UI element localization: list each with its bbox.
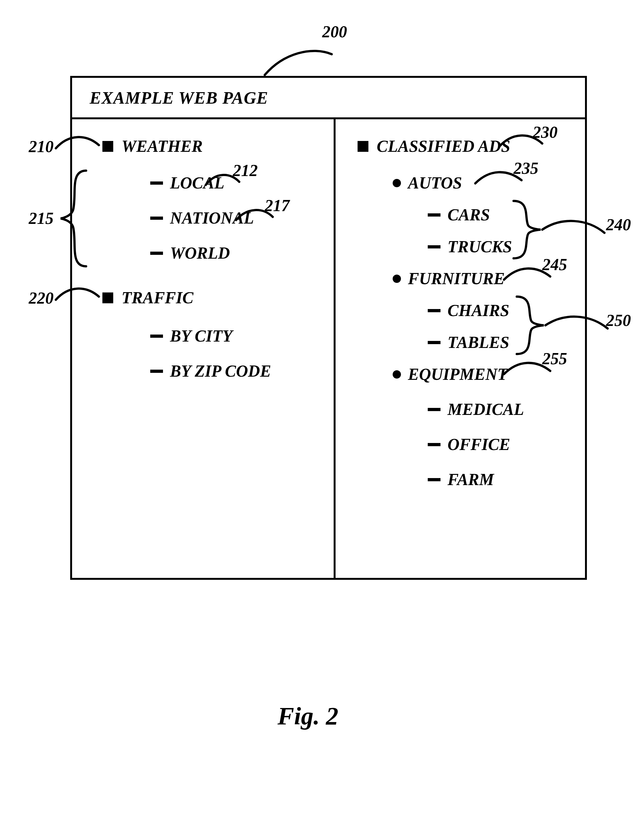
subcategory-furniture[interactable]: FURNITURE	[393, 269, 504, 288]
subitem-tables[interactable]: TABLES	[428, 333, 509, 352]
leader-230	[499, 132, 544, 150]
dot-bullet-icon	[393, 275, 401, 283]
leader-200	[265, 44, 341, 77]
leader-220	[56, 284, 100, 303]
category-classified-ads[interactable]: CLASSIFIED ADS	[357, 137, 511, 156]
figure-page: 200 EXAMPLE WEB PAGE WEATHER LOCAL NATIO…	[0, 0, 644, 819]
subitem-chairs[interactable]: CHAIRS	[428, 301, 509, 320]
category-label: WEATHER	[121, 137, 202, 156]
vertical-divider	[334, 119, 336, 578]
subitem-label: OFFICE	[448, 435, 511, 454]
subitem-label: CARS	[448, 205, 490, 224]
ref-210: 210	[29, 137, 54, 156]
subitem-cars[interactable]: CARS	[428, 205, 490, 224]
subcategory-label: EQUIPMENT	[408, 365, 508, 384]
subitem-label: WORLD	[170, 243, 230, 262]
subitem-trucks[interactable]: TRUCKS	[428, 237, 512, 256]
header-bar: EXAMPLE WEB PAGE	[72, 78, 585, 119]
example-webpage-box: EXAMPLE WEB PAGE WEATHER LOCAL NATIONAL …	[70, 76, 587, 580]
dash-bullet-icon	[150, 181, 163, 185]
dash-bullet-icon	[428, 213, 440, 217]
category-traffic[interactable]: TRAFFIC	[103, 288, 193, 307]
dash-bullet-icon	[428, 309, 440, 312]
leader-240	[542, 220, 606, 239]
subitem-office[interactable]: OFFICE	[428, 435, 511, 454]
leader-235	[475, 169, 523, 187]
category-label: TRAFFIC	[121, 288, 193, 307]
subitem-label: BY ZIP CODE	[170, 362, 271, 380]
square-bullet-icon	[103, 292, 113, 303]
subitem-label: FARM	[448, 470, 494, 489]
dash-bullet-icon	[150, 370, 163, 373]
square-bullet-icon	[103, 141, 113, 152]
dash-bullet-icon	[428, 443, 440, 446]
dash-bullet-icon	[428, 341, 440, 344]
figure-caption: Fig. 2	[278, 702, 339, 730]
subcategory-label: FURNITURE	[408, 269, 504, 288]
dash-bullet-icon	[150, 335, 163, 338]
ref-215: 215	[29, 209, 54, 228]
brace-215	[61, 171, 89, 266]
dash-bullet-icon	[150, 217, 163, 220]
leader-245	[504, 265, 552, 283]
square-bullet-icon	[357, 141, 368, 152]
subitem-label: BY CITY	[170, 326, 233, 345]
subitem-by-city[interactable]: BY CITY	[150, 326, 233, 345]
brace-240	[514, 201, 542, 258]
category-label: CLASSIFIED ADS	[377, 137, 511, 156]
subitem-label: TRUCKS	[448, 237, 512, 256]
dash-bullet-icon	[428, 478, 440, 481]
subitem-by-zip[interactable]: BY ZIP CODE	[150, 362, 271, 380]
subitem-medical[interactable]: MEDICAL	[428, 400, 524, 419]
dash-bullet-icon	[428, 245, 440, 248]
leader-210	[56, 132, 100, 152]
leader-217	[236, 207, 274, 223]
ref-200: 200	[322, 22, 347, 41]
ref-220: 220	[29, 289, 54, 308]
subcategory-equipment[interactable]: EQUIPMENT	[393, 365, 508, 384]
dot-bullet-icon	[393, 370, 401, 378]
dash-bullet-icon	[428, 408, 440, 411]
subitem-farm[interactable]: FARM	[428, 470, 494, 489]
ref-240: 240	[606, 215, 631, 234]
dot-bullet-icon	[393, 179, 401, 187]
dash-bullet-icon	[150, 252, 163, 255]
brace-250	[517, 297, 546, 354]
ref-250: 250	[606, 311, 631, 330]
header-title: EXAMPLE WEB PAGE	[90, 88, 268, 108]
leader-212	[206, 172, 241, 188]
subcategory-label: AUTOS	[408, 173, 462, 192]
subcategory-autos[interactable]: AUTOS	[393, 173, 462, 192]
leader-255	[504, 360, 552, 377]
subitem-label: CHAIRS	[448, 301, 509, 320]
subitem-world[interactable]: WORLD	[150, 243, 230, 262]
subitem-label: TABLES	[448, 333, 509, 352]
subitem-label: MEDICAL	[448, 400, 524, 419]
category-weather[interactable]: WEATHER	[103, 137, 202, 156]
leader-250	[546, 316, 609, 335]
